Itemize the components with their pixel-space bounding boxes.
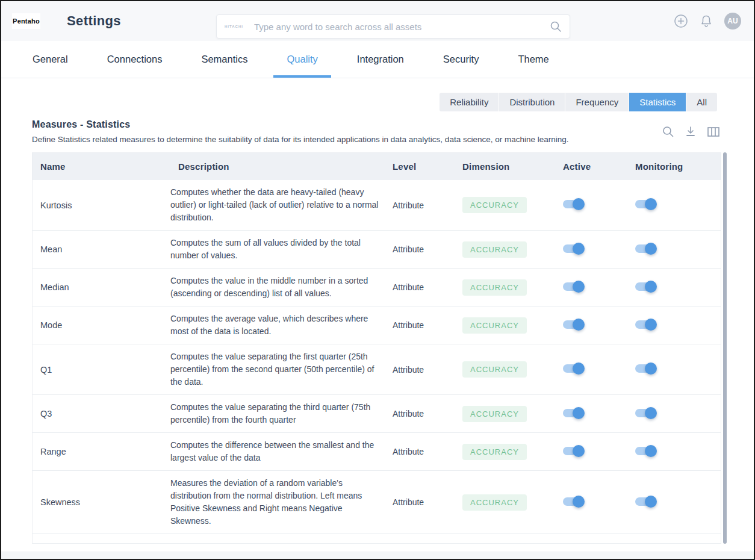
dimension-badge: ACCURACY (462, 361, 527, 378)
measure-name: Median (33, 282, 170, 292)
table-search-icon[interactable] (662, 125, 674, 138)
filter-distribution[interactable]: Distribution (499, 93, 565, 111)
monitoring-cell (627, 244, 721, 255)
measure-name: Q1 (33, 365, 170, 375)
column-header-name[interactable]: Name (33, 161, 170, 172)
notifications-bell-icon[interactable] (700, 14, 713, 28)
dimension-badge: ACCURACY (462, 197, 527, 213)
table-row-median[interactable]: MedianComputes the value in the middle n… (33, 269, 721, 306)
active-toggle[interactable] (563, 447, 583, 455)
column-header-level[interactable]: Level (385, 161, 455, 172)
filter-frequency[interactable]: Frequency (565, 93, 629, 111)
active-toggle[interactable] (563, 409, 583, 417)
active-toggle[interactable] (563, 244, 583, 253)
monitoring-toggle-knob (645, 281, 657, 293)
monitoring-cell (627, 320, 721, 331)
active-toggle-knob (573, 362, 585, 375)
tab-security[interactable]: Security (430, 41, 492, 78)
active-toggle-knob (573, 319, 585, 331)
measure-name: Range (33, 447, 170, 456)
tab-general[interactable]: General (19, 41, 81, 78)
monitoring-toggle-knob (645, 362, 657, 375)
measure-dimension-cell: ACCURACY (455, 444, 555, 460)
measures-table: NameDescriptionLevelDimensionActiveMonit… (32, 152, 721, 544)
user-avatar[interactable]: AU (724, 13, 741, 30)
measure-name: Mean (33, 244, 170, 254)
hitachi-brand-label: HITACHI (225, 25, 243, 28)
measure-level: Attribute (385, 282, 455, 292)
measures-table-area: NameDescriptionLevelDimensionActiveMonit… (32, 152, 727, 544)
active-toggle[interactable] (563, 320, 583, 329)
tab-theme[interactable]: Theme (505, 41, 562, 78)
tab-semantics[interactable]: Semantics (188, 41, 261, 78)
measure-level: Attribute (385, 201, 455, 210)
active-cell (555, 320, 627, 331)
filter-reliability[interactable]: Reliability (440, 93, 499, 111)
download-icon[interactable] (685, 125, 697, 138)
column-header-dimension[interactable]: Dimension (455, 161, 555, 172)
monitoring-toggle[interactable] (635, 244, 655, 253)
add-icon[interactable] (674, 14, 688, 28)
monitoring-cell (627, 497, 721, 508)
monitoring-toggle[interactable] (635, 409, 655, 417)
monitoring-toggle[interactable] (635, 200, 655, 208)
monitoring-toggle[interactable] (635, 447, 655, 455)
table-row-mean[interactable]: MeanComputes the sum of all values divid… (33, 231, 721, 269)
measure-dimension-cell: ACCURACY (455, 406, 555, 422)
header-actions: AU (674, 1, 741, 41)
monitoring-toggle-knob (645, 407, 657, 419)
monitoring-cell (627, 282, 721, 293)
table-toolbar (662, 125, 720, 138)
filter-all[interactable]: All (686, 93, 717, 111)
table-scrollbar[interactable] (723, 152, 727, 544)
monitoring-toggle[interactable] (635, 497, 655, 506)
active-cell (555, 364, 627, 375)
table-body: KurtosisComputes whether the data are he… (33, 180, 721, 534)
table-row-kurtosis[interactable]: KurtosisComputes whether the data are he… (33, 180, 721, 231)
active-toggle-knob (573, 243, 585, 255)
measure-level: Attribute (385, 244, 455, 254)
active-toggle[interactable] (563, 200, 583, 208)
monitoring-toggle[interactable] (635, 282, 655, 291)
filter-row: ReliabilityDistributionFrequencyStatisti… (1, 78, 754, 111)
global-search: HITACHI (216, 14, 570, 39)
column-header-monitoring[interactable]: Monitoring (627, 161, 721, 172)
filter-statistics[interactable]: Statistics (629, 93, 686, 111)
measure-dimension-cell: ACCURACY (455, 279, 555, 296)
active-toggle-knob (573, 496, 585, 508)
settings-page: Pentaho Settings HITACHI (0, 0, 755, 560)
tab-connections[interactable]: Connections (94, 41, 176, 78)
active-toggle[interactable] (563, 282, 583, 291)
columns-icon[interactable] (707, 126, 720, 138)
measure-dimension-cell: ACCURACY (455, 494, 555, 511)
dimension-badge: ACCURACY (462, 494, 527, 511)
active-toggle-knob (573, 198, 585, 210)
active-toggle[interactable] (563, 364, 583, 373)
monitoring-toggle[interactable] (635, 320, 655, 329)
monitoring-toggle[interactable] (635, 364, 655, 373)
measure-level: Attribute (385, 447, 455, 456)
active-toggle[interactable] (563, 497, 583, 506)
active-cell (555, 200, 627, 210)
table-row-range[interactable]: RangeComputes the difference between the… (33, 433, 721, 471)
footer-strip (1, 552, 754, 559)
monitoring-cell (627, 447, 721, 457)
monitoring-cell (627, 364, 721, 375)
active-cell (555, 497, 627, 508)
table-row-q1[interactable]: Q1Computes the value separating the firs… (33, 344, 721, 395)
search-input[interactable] (253, 21, 550, 33)
measure-level: Attribute (385, 497, 455, 507)
table-row-q3[interactable]: Q3Computes the value separating the thir… (33, 395, 721, 433)
search-icon[interactable] (550, 20, 562, 33)
column-header-description[interactable]: Description (170, 161, 385, 172)
pentaho-logo[interactable]: Pentaho (12, 13, 40, 29)
tab-integration[interactable]: Integration (344, 41, 417, 78)
column-header-active[interactable]: Active (555, 161, 627, 172)
tab-quality[interactable]: Quality (273, 41, 331, 78)
measure-name: Skewness (33, 497, 170, 507)
active-toggle-knob (573, 407, 585, 419)
table-row-skewness[interactable]: SkewnessMeasures the deviation of a rand… (33, 471, 721, 534)
measure-dimension-cell: ACCURACY (455, 197, 555, 213)
measure-name: Mode (33, 320, 170, 330)
table-row-mode[interactable]: ModeComputes the average value, which de… (33, 306, 721, 344)
